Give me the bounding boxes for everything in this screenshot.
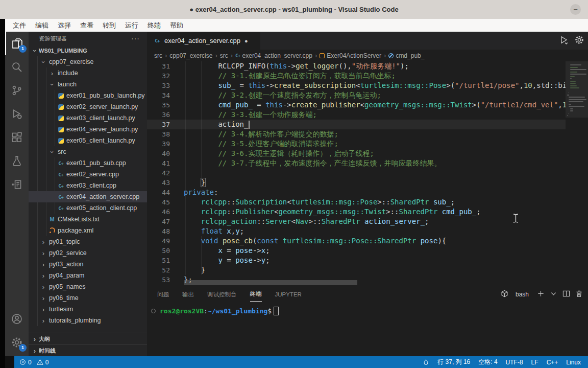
menu-item-3[interactable]: 查看 — [76, 21, 98, 30]
python-icon — [58, 93, 64, 99]
tree-item-launch[interactable]: launch — [29, 79, 147, 90]
tree-item-py05_names[interactable]: py05_names — [29, 281, 147, 292]
status-item-0[interactable]: 0 — [19, 359, 32, 366]
panel-tab-3[interactable]: 终端 — [250, 287, 262, 302]
activity-item-extensions[interactable] — [5, 126, 29, 149]
activity-item-account[interactable] — [5, 307, 29, 331]
breadcrumb-item[interactable]: src — [154, 52, 162, 59]
activity-item-search[interactable] — [5, 55, 29, 79]
tree-item-py03_action[interactable]: py03_action — [29, 259, 147, 270]
tree-item-exer02_server_launch.py[interactable]: exer02_server_launch.py — [29, 101, 147, 112]
tree-item-py02_service[interactable]: py02_service — [29, 247, 147, 259]
kill-terminal-button[interactable] — [575, 290, 583, 300]
token: this — [265, 101, 283, 109]
code-area[interactable]: 31 RCLCPP_INFO(this->get_logger(),"动作服务端… — [147, 61, 566, 286]
panel-tab-0[interactable]: 问题 — [157, 288, 169, 302]
code-line-49: 49 void pose_cb(const turtlesim::msg::Po… — [147, 236, 566, 246]
tree-item-package.xml[interactable]: package.xml — [29, 225, 147, 236]
token: = — [223, 246, 235, 255]
token: pose_cb — [223, 237, 253, 245]
status-item-LF[interactable]: LF — [531, 359, 538, 366]
panel-tab-1[interactable]: 输出 — [182, 288, 194, 302]
activity-item-references[interactable] — [5, 173, 29, 196]
text-cursor — [249, 121, 250, 129]
split-terminal-button[interactable] — [562, 290, 570, 300]
panel-tab-4[interactable]: JUPYTER — [275, 288, 302, 301]
tree-item-py06_time[interactable]: py06_time — [29, 292, 147, 304]
menu-item-1[interactable]: 编辑 — [31, 21, 53, 30]
menu-item-2[interactable]: 选择 — [53, 21, 76, 30]
breadcrumb-item[interactable]: cmd_pub_ — [388, 52, 424, 59]
new-terminal-button[interactable] — [537, 290, 545, 300]
minimap[interactable] — [566, 61, 588, 286]
tree-item-exer01_pub_sub_launch.py[interactable]: exer01_pub_sub_launch.py — [29, 90, 147, 101]
tree-item-py01_topic[interactable]: py01_topic — [29, 236, 147, 247]
tree-item-exer05_action_client.cpp[interactable]: C+exer05_action_client.cpp — [29, 202, 147, 214]
tree-item-label: launch — [58, 81, 77, 88]
tree-item-exer04_action_server.cpp[interactable]: C+exer04_action_server.cpp — [29, 191, 147, 202]
shell-name[interactable]: bash — [516, 291, 529, 298]
tree-item-exer04_server_launch.py[interactable]: exer04_server_launch.py — [29, 124, 147, 135]
code-line-45: 45 rclcpp::Subscription<turtlesim::msg::… — [147, 197, 566, 207]
menu-item-5[interactable]: 运行 — [120, 21, 143, 30]
tree-item-exer03_client.cpp[interactable]: C+exer03_client.cpp — [29, 180, 147, 191]
editor-tab[interactable]: C+ exer04_action_server.cpp ● — [147, 32, 260, 50]
activity-item-testing[interactable] — [5, 149, 29, 173]
breadcrumb-item[interactable]: Exer04ActionServer — [320, 52, 381, 59]
activity-item-explorer[interactable]: 1 — [5, 32, 29, 55]
panel-tab-2[interactable]: 调试控制台 — [207, 288, 237, 302]
tree-item-exer03_client_launch.py[interactable]: exer03_client_launch.py — [29, 112, 147, 124]
activity-item-source-control[interactable] — [5, 79, 29, 102]
activity-item-run-debug[interactable] — [5, 102, 29, 126]
activity-item-settings[interactable]: 1 — [5, 331, 29, 354]
token: SharedPtr — [390, 198, 429, 206]
run-button[interactable] — [559, 35, 569, 47]
status-item-行 37, 列 16[interactable]: 行 37, 列 16 — [437, 358, 470, 366]
status-item-0[interactable]: 0 — [37, 359, 49, 366]
editor-settings-button[interactable] — [575, 35, 584, 47]
sidebar-section-1[interactable]: 时间线 — [29, 344, 147, 356]
menu-item-6[interactable]: 终端 — [143, 21, 165, 30]
breadcrumb-item[interactable]: src — [220, 52, 228, 59]
horizontal-scrollbar[interactable] — [184, 280, 357, 285]
token: // 3-5.处理客户端的取消请求操作; — [184, 140, 338, 148]
more-actions-icon[interactable]: ··· — [131, 34, 140, 42]
token: "/turtle1/pose" — [455, 81, 519, 89]
tree-item-include[interactable]: include — [29, 67, 147, 79]
terminal-dropdown-button[interactable] — [550, 290, 557, 300]
status-item-ros[interactable] — [423, 359, 429, 365]
status-item-空格: 4[interactable]: 空格: 4 — [478, 358, 497, 366]
dirty-indicator-icon[interactable]: ● — [244, 38, 248, 44]
tree-item-cpp07_exercise[interactable]: cpp07_exercise — [29, 56, 147, 67]
workspace-root[interactable]: WS01_PLUMBING — [29, 45, 147, 56]
token: void — [201, 237, 218, 245]
token: -> — [287, 62, 296, 70]
tree-item-py04_param[interactable]: py04_param — [29, 270, 147, 281]
tree-item-turtlesim[interactable]: turtlesim — [29, 304, 147, 315]
breadcrumb-label: exer04_action_server.cpp — [242, 52, 312, 59]
token: >( — [446, 81, 455, 89]
token — [218, 237, 222, 245]
menu-item-0[interactable]: 文件 — [8, 21, 31, 30]
terminal-prompt-line[interactable]: ros2@ros2VB : ~/ws01_plumbing $ — [151, 307, 279, 315]
tree-item-exer02_server.cpp[interactable]: C+exer02_server.cpp — [29, 169, 147, 180]
minimap-line — [569, 101, 583, 102]
tree-item-exer01_pub_sub.cpp[interactable]: C+exer01_pub_sub.cpp — [29, 157, 147, 169]
tree-item-tutorails_plumbing[interactable]: tutorails_plumbing — [29, 315, 147, 326]
token — [184, 237, 201, 245]
status-item-C++[interactable]: C++ — [547, 359, 558, 366]
token — [429, 198, 433, 206]
sidebar-section-0[interactable]: 大纲 — [29, 333, 147, 344]
status-item-Linux[interactable]: Linux — [566, 359, 581, 366]
tree-item-CMakeLists.txt[interactable]: MCMakeLists.txt — [29, 214, 147, 225]
breadcrumb-item[interactable]: C+exer04_action_server.cpp — [235, 52, 312, 59]
minimize-button[interactable]: – — [570, 4, 581, 15]
breadcrumb-item[interactable]: cpp07_exercise — [169, 52, 212, 59]
cpp-icon: C+ — [58, 172, 63, 177]
tree-item-exer05_client_launch.py[interactable]: exer05_client_launch.py — [29, 135, 147, 146]
status-item-UTF-8[interactable]: UTF-8 — [506, 359, 523, 366]
menu-item-7[interactable]: 帮助 — [165, 21, 188, 30]
indent-guide — [201, 236, 202, 275]
tree-item-src[interactable]: src — [29, 146, 147, 157]
menu-item-4[interactable]: 转到 — [98, 21, 120, 30]
